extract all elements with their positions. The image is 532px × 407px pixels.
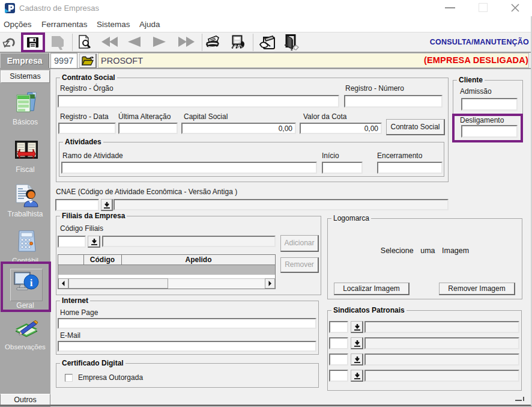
svg-text:i: i: [30, 277, 33, 289]
